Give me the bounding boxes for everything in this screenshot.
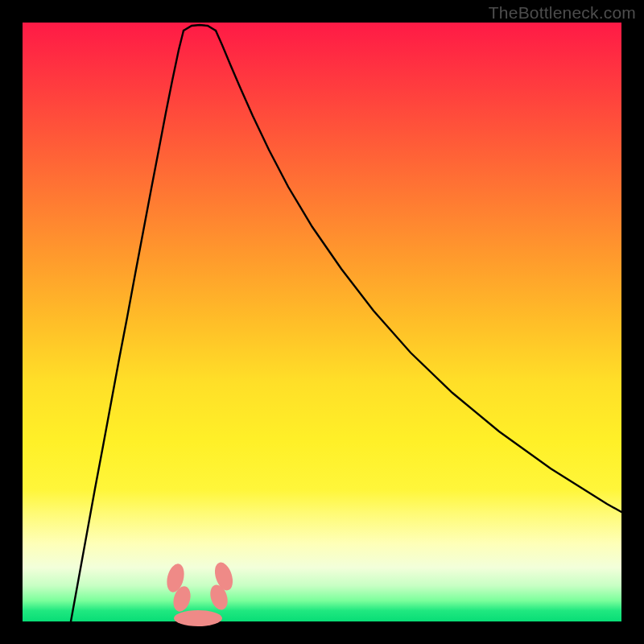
plot-area [23,23,621,621]
bottom-blob [174,610,222,626]
chart-svg [23,23,621,621]
highlight-markers [164,560,236,626]
flat-bottom [184,25,216,31]
right-curve [216,31,621,512]
bottleneck-curve [71,25,621,621]
watermark-text: TheBottleneck.com [489,3,636,23]
left-curve [71,31,184,621]
chart-frame: TheBottleneck.com [0,0,644,644]
